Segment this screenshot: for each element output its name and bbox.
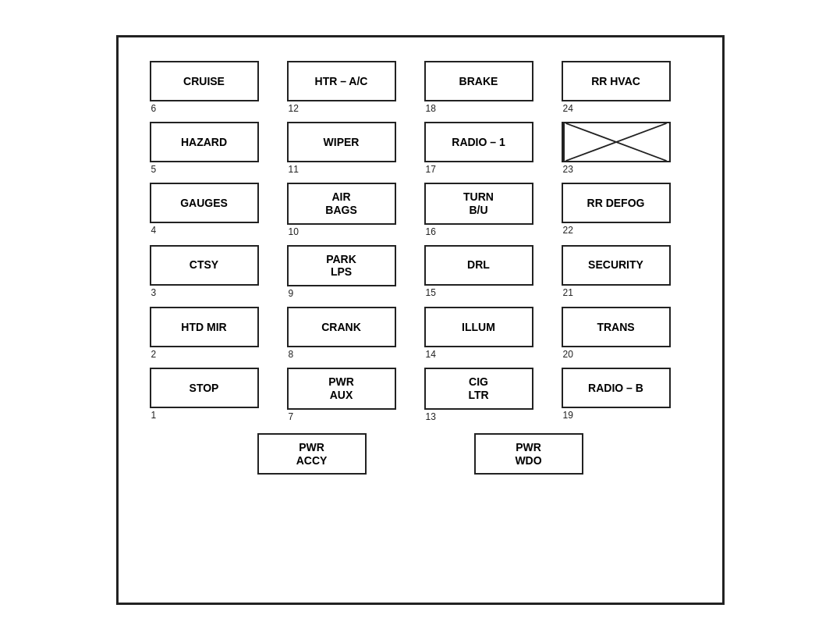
- fuse-box-label: CRANK: [287, 307, 396, 347]
- fuse-box-label: CIGLTR: [424, 368, 533, 410]
- bottom-fuse-box: PWRWDO: [474, 433, 583, 475]
- fuse-number: 10: [287, 226, 299, 237]
- fuse-cell: TRANS20: [562, 307, 691, 360]
- fuse-cell: DRL15: [424, 245, 554, 300]
- fuse-number: 19: [562, 410, 573, 421]
- fuse-number: 24: [562, 103, 573, 114]
- fuse-diagram: CRUISE6HTR – A/C12BRAKE18RR HVAC24HAZARD…: [116, 35, 725, 605]
- fuse-grid: CRUISE6HTR – A/C12BRAKE18RR HVAC24HAZARD…: [150, 61, 691, 422]
- fuse-number: 3: [150, 287, 157, 298]
- fuse-box-label: SECURITY: [562, 245, 671, 286]
- fuse-box-label: PARKLPS: [287, 245, 396, 287]
- fuse-box-label: RADIO – 1: [424, 122, 533, 162]
- fuse-number: 15: [424, 287, 436, 298]
- fuse-cell: RR HVAC24: [562, 61, 691, 114]
- fuse-number: 12: [287, 103, 299, 114]
- fuse-cell: CTSY3: [150, 245, 279, 300]
- fuse-box-label: RR DEFOG: [562, 183, 671, 223]
- bottom-fuse-cell: PWRWDO: [474, 433, 583, 475]
- fuse-box-label: TURNB/U: [424, 183, 533, 225]
- fuse-cell: RADIO – 117: [424, 122, 554, 175]
- fuse-box-label: HAZARD: [150, 122, 259, 162]
- fuse-cell: ILLUM14: [424, 307, 554, 360]
- fuse-cell: 23: [562, 122, 691, 175]
- fuse-number: 16: [424, 226, 436, 237]
- fuse-cell: HTD MIR2: [150, 307, 279, 360]
- fuse-cell: TURNB/U16: [424, 183, 554, 237]
- fuse-number: 11: [287, 164, 299, 175]
- fuse-number: 14: [424, 349, 436, 360]
- fuse-box-label: HTR – A/C: [287, 61, 396, 101]
- fuse-cell: RADIO – B19: [562, 368, 691, 422]
- fuse-number: 9: [287, 288, 294, 299]
- fuse-cell: HAZARD5: [150, 122, 279, 175]
- fuse-box-label: ILLUM: [424, 307, 533, 347]
- fuse-box-label: TRANS: [562, 307, 671, 347]
- fuse-number: 23: [562, 164, 573, 175]
- fuse-number: 5: [150, 164, 157, 175]
- fuse-box-label: STOP: [150, 368, 259, 408]
- fuse-cell: PWRAUX7: [287, 368, 416, 422]
- fuse-number: 13: [424, 411, 436, 422]
- fuse-cell: CRUISE6: [150, 61, 279, 114]
- fuse-box-label: DRL: [424, 245, 533, 286]
- fuse-number: 18: [424, 103, 436, 114]
- fuse-cell: PARKLPS9: [287, 245, 416, 300]
- fuse-cell: CRANK8: [287, 307, 416, 360]
- fuse-box-label: GAUGES: [150, 183, 259, 223]
- fuse-number: 6: [150, 103, 157, 114]
- fuse-number: 21: [562, 287, 573, 298]
- fuse-number: 1: [150, 410, 157, 421]
- fuse-number: 4: [150, 225, 157, 236]
- bottom-row: PWRACCYPWRWDO: [150, 433, 691, 475]
- fuse-number: 8: [287, 349, 294, 360]
- fuse-number: 17: [424, 164, 436, 175]
- fuse-cell: WIPER11: [287, 122, 416, 175]
- fuse-box-x: [562, 122, 671, 162]
- fuse-box-label: CRUISE: [150, 61, 259, 101]
- fuse-cell: CIGLTR13: [424, 368, 554, 422]
- fuse-number: 2: [150, 349, 157, 360]
- fuse-box-label: CTSY: [150, 245, 259, 286]
- fuse-number: 22: [562, 225, 573, 236]
- bottom-fuse-box: PWRACCY: [257, 433, 367, 475]
- fuse-cell: BRAKE18: [424, 61, 554, 114]
- fuse-number: 20: [562, 349, 573, 360]
- fuse-box-label: RR HVAC: [562, 61, 671, 101]
- fuse-box-label: PWRAUX: [287, 368, 396, 410]
- bottom-fuse-cell: PWRACCY: [257, 433, 367, 475]
- fuse-number: 7: [287, 411, 294, 422]
- fuse-cell: STOP1: [150, 368, 279, 422]
- fuse-box-label: WIPER: [287, 122, 396, 162]
- fuse-box-label: HTD MIR: [150, 307, 259, 347]
- fuse-box-label: RADIO – B: [562, 368, 671, 408]
- fuse-cell: RR DEFOG22: [562, 183, 691, 237]
- fuse-cell: HTR – A/C12: [287, 61, 416, 114]
- fuse-cell: SECURITY21: [562, 245, 691, 300]
- fuse-cell: GAUGES4: [150, 183, 279, 237]
- fuse-cell: AIRBAGS10: [287, 183, 416, 237]
- fuse-box-label: AIRBAGS: [287, 183, 396, 225]
- fuse-box-label: BRAKE: [424, 61, 533, 101]
